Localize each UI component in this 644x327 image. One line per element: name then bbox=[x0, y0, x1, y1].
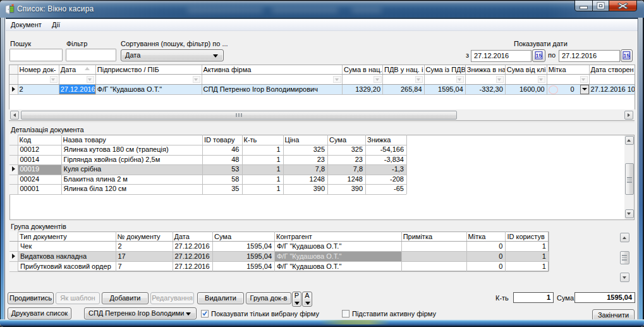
svg-text:15: 15 bbox=[535, 52, 542, 59]
svg-text:15: 15 bbox=[623, 52, 629, 59]
